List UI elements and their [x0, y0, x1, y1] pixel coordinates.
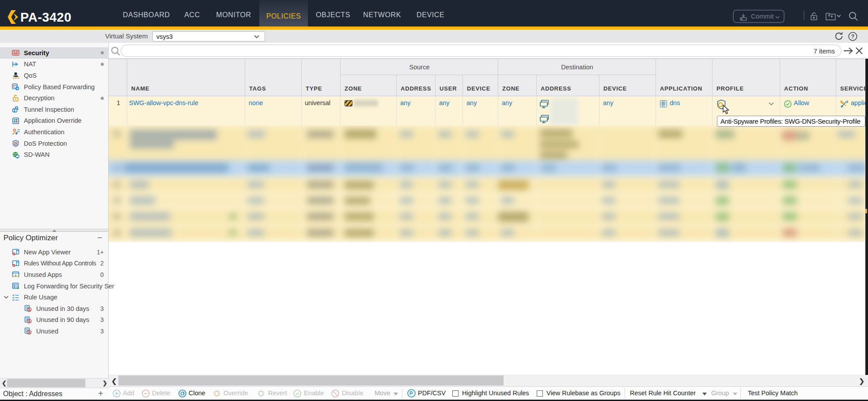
svg-text:QoS: QoS	[13, 76, 19, 79]
svg-text:?: ?	[851, 34, 854, 40]
